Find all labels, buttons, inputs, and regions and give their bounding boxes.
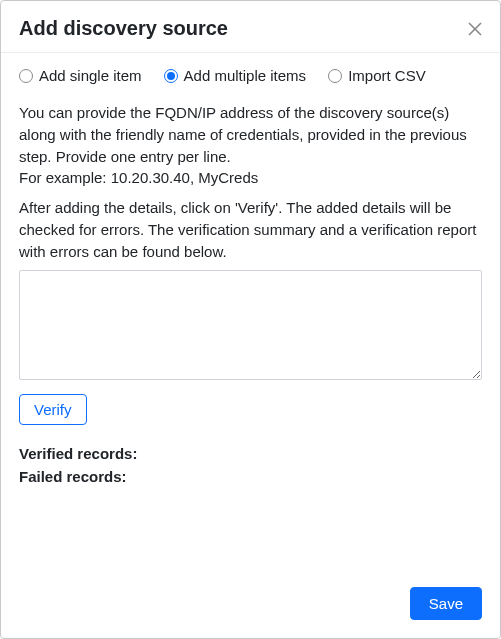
mode-csv-radio[interactable] [328,69,342,83]
failed-records-line: Failed records: [19,466,482,489]
verification-summary: Verified records: Failed records: [19,443,482,488]
mode-single-radio[interactable] [19,69,33,83]
close-icon [468,22,482,36]
mode-single-option[interactable]: Add single item [19,67,142,84]
verify-button[interactable]: Verify [19,394,87,425]
entries-textarea[interactable] [19,270,482,380]
dialog-body: Add single item Add multiple items Impor… [1,53,500,573]
mode-single-label: Add single item [39,67,142,84]
instructions-example: For example: 10.20.30.40, MyCreds [19,169,258,186]
verified-records-label: Verified records: [19,445,137,462]
mode-multiple-option[interactable]: Add multiple items [164,67,307,84]
verified-records-line: Verified records: [19,443,482,466]
mode-csv-option[interactable]: Import CSV [328,67,426,84]
dialog-header: Add discovery source [1,1,500,53]
save-button[interactable]: Save [410,587,482,620]
failed-records-label: Failed records: [19,468,127,485]
instructions-text: You can provide the FQDN/IP address of t… [19,102,482,189]
mode-radio-group: Add single item Add multiple items Impor… [19,67,482,84]
mode-csv-label: Import CSV [348,67,426,84]
dialog-footer: Save [1,573,500,638]
instructions-main: You can provide the FQDN/IP address of t… [19,104,467,165]
dialog-title: Add discovery source [19,17,228,40]
close-button[interactable] [468,22,482,36]
mode-multiple-label: Add multiple items [184,67,307,84]
instructions-after-text: After adding the details, click on 'Veri… [19,197,482,262]
mode-multiple-radio[interactable] [164,69,178,83]
add-discovery-source-dialog: Add discovery source Add single item Add… [0,0,501,639]
